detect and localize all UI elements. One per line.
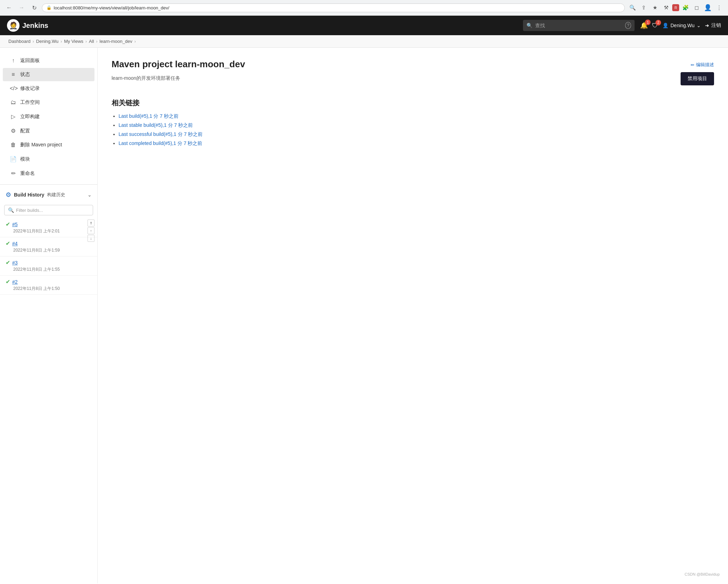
pencil-icon: ✏ <box>691 62 695 68</box>
sidebar-rename-label: 重命名 <box>20 170 35 177</box>
breadcrumb-job[interactable]: learn-moon_dev <box>100 39 132 44</box>
last-completed-build-link[interactable]: Last completed build(#5),1 分 7 秒之前 <box>119 140 202 146</box>
sidebar-item-workspace[interactable]: 🗂 工作空间 <box>3 96 94 109</box>
build-5-date: 2022年11月8日 上午2:01 <box>6 228 92 234</box>
sidebar-delete-label: 删除 Maven project <box>20 142 62 148</box>
edit-description-button[interactable]: ✏ 编辑描述 <box>691 62 714 68</box>
back-button[interactable]: ← <box>4 3 14 13</box>
breadcrumb-sep-3: › <box>85 39 87 44</box>
breadcrumb-dashboard[interactable]: Dashboard <box>8 39 31 44</box>
build-3-status-icon: ✔ <box>6 259 10 266</box>
breadcrumb-all[interactable]: All <box>89 39 94 44</box>
puzzle-button[interactable]: 🧩 <box>681 3 690 13</box>
search-input[interactable] <box>535 23 622 28</box>
build-history-header[interactable]: ⚙ Build History 构建历史 ⌄ <box>0 187 97 202</box>
pip-button[interactable]: ◻ <box>692 3 702 13</box>
header-actions: 🔔 1 🛡 2 👤 Dening.Wu ⌄ ➜ 注销 <box>640 22 721 29</box>
build-history-chevron: ⌄ <box>88 192 92 198</box>
user-icon: 👤 <box>662 23 668 28</box>
more-button[interactable]: ⋮ <box>714 3 724 13</box>
build-item-4[interactable]: ✔ #4 2022年11月8日 上午1:59 <box>0 237 97 256</box>
build-4-number[interactable]: #4 <box>12 241 18 246</box>
content-area: Maven project learn-moon_dev learn-moon的… <box>98 48 728 583</box>
filter-builds-input[interactable] <box>16 208 89 213</box>
build-5-status-icon: ✔ <box>6 221 10 228</box>
filter-builds-container[interactable]: 🔍 <box>4 205 93 215</box>
shield-badge: 2 <box>655 20 661 25</box>
build-history-title: Build History <box>14 192 44 198</box>
scroll-top-button[interactable]: ⇑ <box>88 220 94 226</box>
link-item-1: Last build(#5),1 分 7 秒之前 <box>119 113 714 120</box>
jenkins-logo-image: 🤵 <box>7 19 20 32</box>
page-title: Maven project learn-moon_dev <box>112 59 681 70</box>
search-icon: 🔍 <box>526 23 532 28</box>
address-bar[interactable]: 🔒 localhost:8080/me/my-views/view/all/jo… <box>42 3 625 12</box>
workspace-icon: 🗂 <box>10 99 17 106</box>
sidebar-buildnow-label: 立即构建 <box>20 114 40 120</box>
build-item-3[interactable]: ✔ #3 2022年11月8日 上午1:55 <box>0 256 97 276</box>
sidebar-item-modules[interactable]: 📄 模块 <box>3 152 94 166</box>
share-button[interactable]: ⇪ <box>639 3 649 13</box>
changes-icon: </> <box>10 85 17 92</box>
related-links-section: 相关链接 Last build(#5),1 分 7 秒之前 Last stabl… <box>112 98 714 147</box>
shield-button[interactable]: 🛡 2 <box>652 22 658 29</box>
link-item-4: Last completed build(#5),1 分 7 秒之前 <box>119 140 714 147</box>
extensions-button[interactable]: ⚒ <box>661 3 671 13</box>
breadcrumb-myviews[interactable]: My Views <box>64 39 83 44</box>
filter-search-icon: 🔍 <box>8 207 14 213</box>
sidebar-item-delete[interactable]: 🗑 删除 Maven project <box>3 138 94 152</box>
extension-icon: R <box>672 4 679 11</box>
last-stable-build-link[interactable]: Last stable build(#5),1 分 7 秒之前 <box>119 122 193 128</box>
sidebar-item-status[interactable]: ≡ 状态 <box>3 68 94 81</box>
url-text: localhost:8080/me/my-views/view/all/job/… <box>54 5 620 10</box>
sidebar-item-changes[interactable]: </> 修改记录 <box>3 82 94 95</box>
sidebar-item-build-now[interactable]: ▷ 立即构建 <box>3 110 94 123</box>
sidebar-configure-label: 配置 <box>20 128 30 134</box>
profile-button[interactable]: 👤 <box>703 3 713 13</box>
build-history-subtitle: 构建历史 <box>47 192 65 198</box>
last-successful-build-link[interactable]: Last successful build(#5),1 分 7 秒之前 <box>119 131 203 137</box>
sidebar-item-rename[interactable]: ✏ 重命名 <box>3 167 94 180</box>
build-now-icon: ▷ <box>10 113 17 120</box>
notification-badge: 1 <box>645 20 651 25</box>
notification-button[interactable]: 🔔 1 <box>640 22 648 29</box>
sidebar-item-back[interactable]: ↑ 返回面板 <box>3 54 94 67</box>
user-menu-button[interactable]: 👤 Dening.Wu ⌄ <box>662 23 701 28</box>
rename-icon: ✏ <box>10 170 17 177</box>
last-build-link[interactable]: Last build(#5),1 分 7 秒之前 <box>119 113 179 119</box>
build-item-2[interactable]: ✔ #2 2022年11月8日 上午1:50 <box>0 276 97 295</box>
build-item-2-header: ✔ #2 <box>6 278 92 285</box>
sidebar-workspace-label: 工作空间 <box>20 99 40 106</box>
sidebar-item-configure[interactable]: ⚙ 配置 <box>3 124 94 138</box>
forward-button[interactable]: → <box>17 3 26 13</box>
link-item-3: Last successful build(#5),1 分 7 秒之前 <box>119 131 714 138</box>
bookmark-button[interactable]: ★ <box>650 3 660 13</box>
search-bar[interactable]: 🔍 ? <box>523 20 635 31</box>
logout-label: 注销 <box>711 22 721 29</box>
delete-icon: 🗑 <box>10 142 17 148</box>
build-item-4-header: ✔ #4 <box>6 240 92 247</box>
user-name: Dening.Wu <box>670 23 695 28</box>
sidebar-status-label: 状态 <box>20 71 30 78</box>
build-history-section: ⚙ Build History 构建历史 ⌄ 🔍 ⇑ ↑ ↓ ✔ # <box>0 184 97 295</box>
breadcrumb: Dashboard › Dening.Wu › My Views › All ›… <box>0 35 728 48</box>
build-3-number[interactable]: #3 <box>12 260 18 266</box>
breadcrumb-user[interactable]: Dening.Wu <box>36 39 59 44</box>
logout-button[interactable]: ➜ 注销 <box>705 22 721 29</box>
build-item-5[interactable]: ✔ #5 2022年11月8日 上午2:01 <box>0 218 97 237</box>
search-page-button[interactable]: 🔍 <box>628 3 637 13</box>
scroll-up-button[interactable]: ↑ <box>88 227 94 234</box>
build-5-number[interactable]: #5 <box>12 222 18 227</box>
sidebar-back-label: 返回面板 <box>20 57 40 64</box>
link-item-2: Last stable build(#5),1 分 7 秒之前 <box>119 122 714 129</box>
scroll-down-button[interactable]: ↓ <box>88 235 94 242</box>
reload-button[interactable]: ↻ <box>29 3 39 13</box>
status-icon: ≡ <box>10 71 17 78</box>
jenkins-logo[interactable]: 🤵 Jenkins <box>7 19 48 32</box>
build-2-number[interactable]: #2 <box>12 279 18 285</box>
build-item-5-header: ✔ #5 <box>6 221 92 228</box>
help-icon[interactable]: ? <box>625 22 631 29</box>
watermark: CSDN @BillDavidup <box>683 571 721 577</box>
related-links-title: 相关链接 <box>112 98 714 108</box>
disable-project-button[interactable]: 禁用项目 <box>681 72 714 85</box>
